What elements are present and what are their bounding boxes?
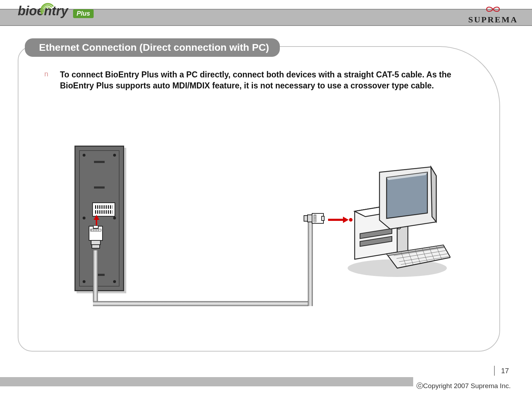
cable-segment — [308, 222, 313, 306]
copyright-text: ⓒCopyright 2007 Suprema Inc. — [416, 381, 511, 391]
bullet-item: n To connect BioEntry Plus with a PC dir… — [44, 69, 470, 91]
arrow-up-icon — [93, 215, 100, 226]
connection-diagram — [71, 146, 426, 323]
footer-bar — [0, 377, 413, 386]
swirl-icon — [37, 2, 57, 16]
cable-segment — [93, 250, 98, 305]
svg-rect-9 — [92, 245, 100, 248]
rj45-plug-icon — [87, 225, 105, 250]
bullet-marker: n — [44, 69, 60, 91]
plus-badge: Plus — [73, 9, 94, 18]
rj45-plug-icon — [303, 211, 325, 225]
cable-segment — [93, 301, 313, 306]
logo-text-bio: bio — [18, 4, 37, 18]
svg-rect-1 — [93, 225, 98, 228]
svg-rect-18 — [304, 216, 307, 221]
suprema-logo: SUPREMA — [468, 4, 518, 25]
bullet-text: To connect BioEntry Plus with a PC direc… — [60, 69, 470, 91]
page-title: Ethernet Connection (Direct connection w… — [25, 38, 280, 57]
infinity-icon — [482, 4, 504, 14]
svg-rect-11 — [322, 216, 324, 221]
bioentry-logo: bioentry Plus — [18, 4, 103, 25]
ethernet-port-icon — [92, 202, 115, 217]
desktop-pc-icon — [344, 165, 450, 282]
svg-rect-8 — [91, 240, 100, 245]
suprema-text: SUPREMA — [468, 15, 518, 25]
page-number: 17 — [494, 366, 509, 376]
svg-rect-17 — [307, 215, 312, 222]
